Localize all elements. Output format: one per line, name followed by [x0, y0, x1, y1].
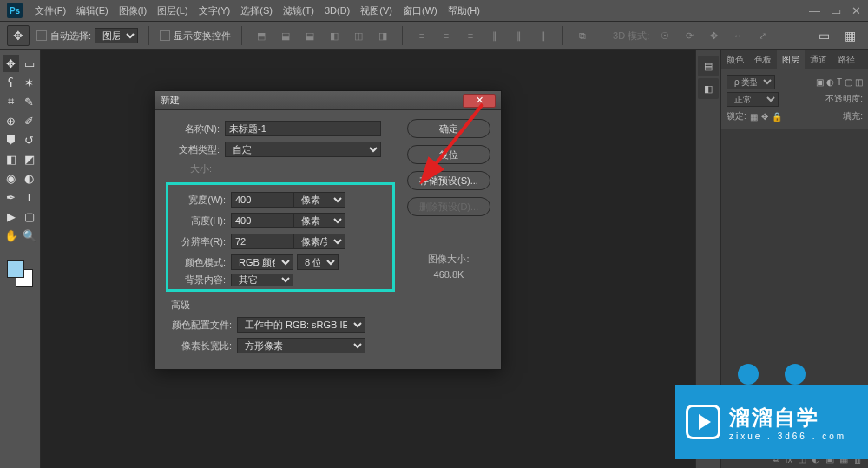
- stamp-tool-icon[interactable]: ⛊: [3, 131, 19, 148]
- hand-tool-icon[interactable]: ✋: [3, 227, 19, 244]
- menu-help[interactable]: 帮助(H): [443, 4, 485, 17]
- window-restore-icon[interactable]: ▭: [831, 4, 841, 17]
- distribute-left-icon[interactable]: ∥: [486, 27, 503, 44]
- show-transform-checkbox[interactable]: [160, 30, 170, 41]
- cloud-docs-icon[interactable]: ▭: [812, 25, 835, 46]
- distribute-top-icon[interactable]: ≡: [413, 27, 431, 44]
- filter-pixel-icon[interactable]: ▣: [816, 77, 824, 87]
- move-tool-preset-icon[interactable]: ✥: [7, 25, 30, 46]
- align-hcenter-icon[interactable]: ◫: [350, 27, 367, 44]
- pen-tool-icon[interactable]: ✒: [3, 188, 19, 206]
- lock-all-icon[interactable]: 🔒: [772, 112, 782, 122]
- width-input[interactable]: [231, 192, 293, 208]
- layer-kind-dropdown[interactable]: ρ 类型: [727, 75, 775, 89]
- blur-tool-icon[interactable]: ◉: [3, 169, 19, 187]
- show-transform-label: 显示变换控件: [174, 30, 231, 43]
- resolution-unit-dropdown[interactable]: 像素/英寸: [293, 234, 345, 249]
- dialog-titlebar[interactable]: 新建 ✕: [155, 91, 501, 110]
- crop-tool-icon[interactable]: ⌗: [3, 93, 19, 110]
- align-top-icon[interactable]: ⬒: [253, 27, 270, 44]
- type-tool-icon[interactable]: T: [21, 188, 37, 206]
- align-left-icon[interactable]: ◧: [326, 27, 343, 44]
- color-swatch[interactable]: [7, 260, 33, 287]
- heal-tool-icon[interactable]: ⊕: [3, 112, 19, 129]
- layers-panel-body: ρ 类型 ▣ ◐ T ▢ ◫ 正常 不透明度: 锁定: ▦ ✥ 🔒 填充:: [721, 69, 868, 129]
- new-document-dialog: 新建 ✕ 名称(N): 文档类型: 自定 大小: 宽度(W): 像素 高度(H)…: [155, 90, 502, 370]
- name-input[interactable]: [225, 121, 381, 136]
- menu-image[interactable]: 图像(I): [114, 4, 152, 17]
- tab-color[interactable]: 颜色: [721, 50, 749, 69]
- path-select-tool-icon[interactable]: ▶: [3, 208, 19, 225]
- distribute-vcenter-icon[interactable]: ≡: [437, 27, 455, 44]
- resolution-input[interactable]: [231, 234, 293, 249]
- filter-smart-icon[interactable]: ◫: [855, 77, 863, 87]
- scale-3d-icon[interactable]: ⤢: [753, 27, 771, 44]
- filter-shape-icon[interactable]: ▢: [845, 77, 852, 87]
- tab-layers[interactable]: 图层: [777, 50, 805, 69]
- profile-dropdown[interactable]: 工作中的 RGB: sRGB IEC619...: [237, 317, 365, 333]
- lasso-tool-icon[interactable]: ʕ: [3, 74, 19, 91]
- auto-select-dropdown[interactable]: 图层: [95, 28, 138, 43]
- menu-file[interactable]: 文件(F): [30, 4, 71, 17]
- colormode-dropdown[interactable]: RGB 颜色: [231, 254, 293, 270]
- auto-align-icon[interactable]: ⧉: [574, 27, 591, 44]
- dodge-tool-icon[interactable]: ◐: [21, 169, 37, 187]
- delete-preset-button[interactable]: 删除预设(D)...: [407, 197, 490, 216]
- history-panel-icon[interactable]: ▤: [698, 56, 719, 76]
- window-minimize-icon[interactable]: —: [809, 4, 820, 17]
- orbit-3d-icon[interactable]: ☉: [656, 27, 674, 44]
- brush-tool-icon[interactable]: ✐: [21, 112, 37, 129]
- width-unit-dropdown[interactable]: 像素: [293, 192, 345, 208]
- wand-tool-icon[interactable]: ✶: [21, 74, 37, 91]
- gradient-tool-icon[interactable]: ◩: [21, 150, 37, 168]
- menu-layer[interactable]: 图层(L): [152, 4, 193, 17]
- menu-window[interactable]: 窗口(W): [398, 4, 443, 17]
- foreground-color-swatch[interactable]: [7, 260, 24, 278]
- dialog-close-button[interactable]: ✕: [463, 94, 496, 108]
- lock-position-icon[interactable]: ✥: [761, 112, 768, 122]
- roll-3d-icon[interactable]: ⟳: [681, 27, 698, 44]
- bitdepth-dropdown[interactable]: 8 位: [297, 254, 339, 270]
- height-input[interactable]: [231, 213, 293, 228]
- distribute-bottom-icon[interactable]: ≡: [462, 27, 479, 44]
- reset-button[interactable]: 复位: [407, 145, 490, 164]
- tab-paths[interactable]: 路径: [832, 50, 860, 69]
- slide-3d-icon[interactable]: ↔: [729, 27, 746, 44]
- blend-mode-dropdown[interactable]: 正常: [727, 92, 779, 107]
- tab-swatches[interactable]: 色板: [749, 50, 777, 69]
- menu-3d[interactable]: 3D(D): [319, 5, 355, 16]
- zoom-tool-icon[interactable]: 🔍: [21, 227, 37, 244]
- pan-3d-icon[interactable]: ✥: [705, 27, 722, 44]
- aspect-label: 像素长宽比:: [166, 339, 237, 353]
- align-bottom-icon[interactable]: ⬓: [301, 27, 319, 44]
- lock-pixels-icon[interactable]: ▦: [750, 112, 758, 122]
- menu-filter[interactable]: 滤镜(T): [278, 4, 319, 17]
- align-vcenter-icon[interactable]: ⬓: [277, 27, 294, 44]
- eyedropper-tool-icon[interactable]: ✎: [21, 93, 37, 110]
- marquee-tool-icon[interactable]: ▭: [21, 55, 37, 72]
- background-dropdown[interactable]: 其它: [231, 274, 293, 286]
- menu-view[interactable]: 视图(V): [355, 4, 398, 17]
- align-right-icon[interactable]: ◨: [374, 27, 391, 44]
- filter-adjust-icon[interactable]: ◐: [826, 77, 834, 87]
- menu-select[interactable]: 选择(S): [235, 4, 278, 17]
- height-unit-dropdown[interactable]: 像素: [293, 213, 345, 228]
- ok-button[interactable]: 确定: [407, 119, 490, 138]
- distribute-right-icon[interactable]: ∥: [535, 27, 552, 44]
- window-close-icon[interactable]: ✕: [852, 4, 861, 17]
- properties-panel-icon[interactable]: ◧: [698, 78, 719, 99]
- doctype-dropdown[interactable]: 自定: [225, 142, 381, 157]
- tab-channels[interactable]: 通道: [805, 50, 832, 69]
- shape-tool-icon[interactable]: ▢: [21, 208, 37, 225]
- auto-select-checkbox[interactable]: [36, 30, 47, 41]
- filter-type-icon[interactable]: T: [837, 77, 842, 87]
- save-preset-button[interactable]: 存储预设(S)...: [407, 171, 490, 190]
- menu-edit[interactable]: 编辑(E): [71, 4, 114, 17]
- eraser-tool-icon[interactable]: ◧: [3, 150, 19, 168]
- distribute-hcenter-icon[interactable]: ∥: [510, 27, 528, 44]
- workspace-icon[interactable]: ▦: [838, 25, 861, 46]
- aspect-dropdown[interactable]: 方形像素: [237, 338, 365, 353]
- move-tool-icon[interactable]: ✥: [3, 55, 19, 72]
- history-brush-tool-icon[interactable]: ↺: [21, 131, 37, 148]
- menu-type[interactable]: 文字(Y): [194, 4, 236, 17]
